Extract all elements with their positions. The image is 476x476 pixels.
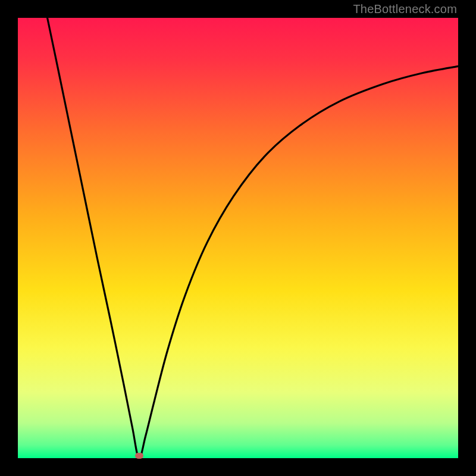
minimum-marker — [135, 453, 143, 459]
frame: TheBottleneck.com — [0, 0, 476, 476]
plot-area — [18, 18, 458, 458]
bottleneck-curve — [18, 18, 458, 458]
watermark-text: TheBottleneck.com — [353, 2, 457, 16]
